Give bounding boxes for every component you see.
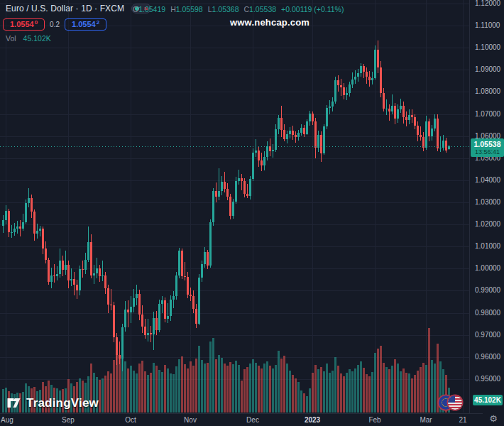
volume-bar[interactable] bbox=[320, 367, 322, 413]
volume-bar[interactable] bbox=[289, 371, 291, 413]
candle[interactable] bbox=[263, 157, 265, 165]
volume-bar[interactable] bbox=[235, 361, 237, 413]
candle[interactable] bbox=[96, 268, 98, 273]
candle[interactable] bbox=[437, 119, 439, 148]
volume-bar[interactable] bbox=[275, 365, 277, 413]
volume-bar[interactable] bbox=[153, 363, 155, 413]
candle[interactable] bbox=[73, 279, 75, 285]
candle[interactable] bbox=[326, 108, 328, 126]
volume-bar[interactable] bbox=[158, 370, 160, 413]
axis-settings-gear-icon[interactable]: ⚙ bbox=[483, 413, 504, 426]
candle[interactable] bbox=[303, 128, 305, 133]
volume-bar[interactable] bbox=[218, 355, 220, 413]
volume-bar[interactable] bbox=[226, 366, 229, 413]
volume-bar[interactable] bbox=[374, 353, 376, 413]
candle[interactable] bbox=[204, 252, 206, 264]
volume-bar[interactable] bbox=[147, 375, 149, 413]
candle[interactable] bbox=[238, 178, 240, 182]
volume-bar[interactable] bbox=[107, 371, 109, 413]
candle[interactable] bbox=[332, 102, 334, 106]
candle[interactable] bbox=[59, 261, 61, 274]
buy-button[interactable]: 1.05542 bbox=[65, 18, 106, 31]
candle[interactable] bbox=[209, 222, 212, 266]
volume-bar[interactable] bbox=[309, 388, 311, 413]
volume-bar[interactable] bbox=[334, 357, 336, 413]
volume-bar[interactable] bbox=[400, 371, 402, 413]
volume-bar[interactable] bbox=[207, 363, 209, 413]
candle[interactable] bbox=[312, 114, 314, 121]
sell-button[interactable]: 1.05540 bbox=[3, 18, 45, 31]
candle[interactable] bbox=[33, 212, 35, 233]
candle[interactable] bbox=[50, 275, 53, 282]
volume-bar[interactable] bbox=[300, 390, 302, 413]
candle[interactable] bbox=[292, 131, 294, 136]
candle[interactable] bbox=[212, 191, 214, 222]
volume-bar[interactable] bbox=[190, 361, 192, 413]
volume-bar[interactable] bbox=[394, 359, 396, 413]
volume-bar[interactable] bbox=[263, 364, 265, 413]
candle[interactable] bbox=[28, 198, 30, 203]
volume-bar[interactable] bbox=[428, 328, 430, 413]
volume-bar[interactable] bbox=[172, 374, 175, 413]
candle[interactable] bbox=[138, 294, 141, 315]
volume-bar[interactable] bbox=[363, 368, 365, 413]
candle[interactable] bbox=[164, 300, 166, 319]
candle[interactable] bbox=[48, 260, 50, 282]
volume-bar[interactable] bbox=[246, 367, 248, 413]
candle[interactable] bbox=[8, 211, 10, 232]
volume-bar[interactable] bbox=[181, 356, 183, 413]
candle[interactable] bbox=[218, 191, 220, 197]
candle[interactable] bbox=[246, 194, 248, 196]
candle[interactable] bbox=[320, 135, 322, 153]
candle[interactable] bbox=[334, 80, 336, 102]
volume-bar[interactable] bbox=[280, 359, 283, 413]
candle[interactable] bbox=[76, 285, 78, 290]
volume-bar[interactable] bbox=[144, 371, 146, 413]
volume-bar[interactable] bbox=[332, 371, 334, 413]
volume-bar[interactable] bbox=[283, 356, 285, 413]
volume-bar[interactable] bbox=[110, 373, 112, 413]
volume-bar[interactable] bbox=[346, 373, 348, 413]
candle[interactable] bbox=[107, 288, 109, 304]
volume-bar[interactable] bbox=[209, 342, 212, 413]
candle[interactable] bbox=[104, 275, 106, 289]
candle[interactable] bbox=[252, 153, 254, 179]
candle[interactable] bbox=[439, 148, 442, 148]
candle[interactable] bbox=[158, 304, 160, 330]
candle[interactable] bbox=[172, 296, 175, 300]
volume-bar[interactable] bbox=[366, 374, 368, 413]
volume-bar[interactable] bbox=[249, 364, 251, 413]
candle[interactable] bbox=[153, 318, 155, 334]
candle[interactable] bbox=[394, 106, 396, 119]
candle[interactable] bbox=[357, 73, 359, 77]
volume-bar[interactable] bbox=[138, 364, 141, 413]
candle[interactable] bbox=[425, 121, 427, 148]
volume-bar[interactable] bbox=[150, 373, 152, 413]
candle[interactable] bbox=[354, 77, 356, 80]
candle[interactable] bbox=[39, 229, 41, 231]
candle[interactable] bbox=[67, 265, 70, 281]
volume-bar[interactable] bbox=[380, 346, 382, 413]
volume-bar[interactable] bbox=[261, 368, 263, 413]
candle[interactable] bbox=[360, 66, 362, 72]
candle[interactable] bbox=[405, 117, 407, 120]
candle[interactable] bbox=[187, 277, 189, 295]
candle[interactable] bbox=[65, 265, 67, 270]
volume-bar[interactable] bbox=[405, 373, 407, 413]
volume-bar[interactable] bbox=[232, 364, 234, 413]
volume-bar[interactable] bbox=[252, 359, 254, 413]
volume-bar[interactable] bbox=[155, 366, 158, 413]
candle[interactable] bbox=[144, 327, 146, 335]
volume-bar[interactable] bbox=[269, 366, 271, 413]
volume-bar[interactable] bbox=[187, 368, 189, 413]
candle[interactable] bbox=[170, 300, 172, 316]
volume-bar[interactable] bbox=[266, 361, 268, 413]
volume-bar[interactable] bbox=[178, 359, 180, 413]
candle[interactable] bbox=[411, 115, 413, 117]
candle[interactable] bbox=[53, 275, 55, 276]
volume-bar[interactable] bbox=[124, 361, 126, 413]
volume-bar[interactable] bbox=[326, 364, 328, 413]
volume-bar[interactable] bbox=[371, 372, 373, 413]
volume-bar[interactable] bbox=[278, 351, 280, 413]
candle[interactable] bbox=[121, 327, 124, 359]
